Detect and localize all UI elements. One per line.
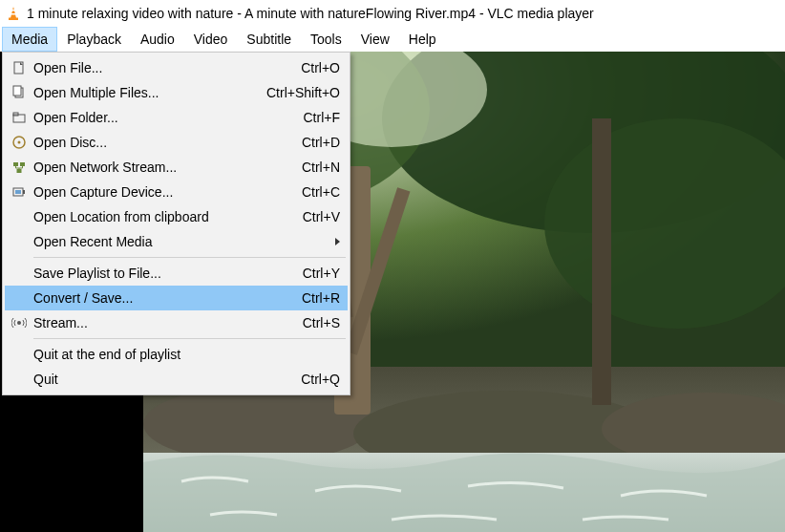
menu-item-convert-save[interactable]: Convert / Save...Ctrl+R — [5, 286, 348, 310]
menu-item-open-network-stream[interactable]: Open Network Stream...Ctrl+N — [5, 155, 348, 180]
menubar-item-subtitle[interactable]: Subtitle — [237, 27, 301, 52]
svg-marker-0 — [11, 7, 16, 18]
menu-item-quit-at-the-end-of-playlist[interactable]: Quit at the end of playlist — [5, 342, 348, 367]
menubar-item-view[interactable]: View — [351, 27, 399, 52]
menubar-item-playback[interactable]: Playback — [57, 27, 131, 52]
menu-item-label: Open Folder... — [30, 110, 292, 125]
menu-item-shortcut: Ctrl+C — [290, 184, 340, 200]
menu-item-label: Quit at the end of playlist — [30, 347, 340, 362]
window-title: 1 minute relaxing video with nature - A … — [27, 6, 594, 21]
files-icon — [9, 85, 30, 100]
menubar: MediaPlaybackAudioVideoSubtitleToolsView… — [0, 27, 785, 52]
menu-item-shortcut: Ctrl+D — [290, 135, 340, 150]
menu-item-label: Save Playlist to File... — [30, 266, 291, 281]
vlc-cone-icon — [6, 6, 21, 21]
menu-item-label: Open Disc... — [30, 135, 290, 150]
network-icon — [9, 160, 30, 175]
menubar-item-tools[interactable]: Tools — [301, 27, 351, 52]
titlebar: 1 minute relaxing video with nature - A … — [0, 0, 785, 27]
stream-icon — [9, 315, 30, 330]
svg-rect-29 — [17, 169, 22, 173]
menubar-item-video[interactable]: Video — [184, 27, 238, 52]
menu-item-shortcut: Ctrl+Shift+O — [255, 85, 340, 100]
menu-item-label: Quit — [30, 372, 289, 387]
menu-item-shortcut: Ctrl+F — [292, 110, 341, 125]
svg-point-26 — [18, 141, 21, 144]
svg-rect-3 — [9, 18, 18, 21]
svg-rect-28 — [20, 162, 25, 166]
menu-item-label: Convert / Save... — [30, 290, 290, 306]
menu-item-shortcut: Ctrl+N — [290, 160, 340, 175]
menu-item-shortcut: Ctrl+O — [289, 60, 340, 75]
folder-icon — [9, 110, 30, 125]
media-menu-dropdown: Open File...Ctrl+OOpen Multiple Files...… — [2, 52, 350, 395]
menu-separator — [33, 338, 346, 339]
menu-item-open-recent-media[interactable]: Open Recent Media — [5, 229, 348, 254]
menu-item-open-capture-device[interactable]: Open Capture Device...Ctrl+C — [5, 180, 348, 204]
menu-item-quit[interactable]: QuitCtrl+Q — [5, 367, 348, 392]
svg-rect-22 — [13, 86, 21, 96]
menu-item-open-folder[interactable]: Open Folder...Ctrl+F — [5, 105, 348, 130]
svg-rect-1 — [11, 10, 16, 11]
menubar-item-help[interactable]: Help — [399, 27, 446, 52]
menu-item-shortcut: Ctrl+Q — [289, 372, 340, 387]
menu-item-shortcut: Ctrl+R — [290, 290, 340, 306]
menu-item-open-disc[interactable]: Open Disc...Ctrl+D — [5, 130, 348, 155]
disc-icon — [9, 135, 30, 150]
menu-item-open-location-from-clipboard[interactable]: Open Location from clipboardCtrl+V — [5, 204, 348, 229]
menu-item-label: Open Recent Media — [30, 234, 335, 249]
menu-item-stream[interactable]: Stream...Ctrl+S — [5, 310, 348, 335]
menu-item-shortcut: Ctrl+Y — [291, 266, 340, 281]
file-icon — [9, 60, 30, 75]
video-area: Open File...Ctrl+OOpen Multiple Files...… — [0, 52, 785, 532]
submenu-arrow-icon — [335, 238, 340, 245]
menu-item-label: Open Location from clipboard — [30, 209, 291, 224]
menu-item-open-file[interactable]: Open File...Ctrl+O — [5, 55, 348, 80]
menu-item-shortcut: Ctrl+S — [291, 315, 340, 330]
capture-icon — [9, 184, 30, 200]
menu-item-save-playlist-to-file[interactable]: Save Playlist to File...Ctrl+Y — [5, 261, 348, 286]
menu-item-shortcut: Ctrl+V — [291, 209, 340, 224]
menu-item-open-multiple-files[interactable]: Open Multiple Files...Ctrl+Shift+O — [5, 80, 348, 105]
menu-item-label: Open File... — [30, 60, 289, 75]
svg-rect-32 — [23, 190, 25, 194]
svg-point-33 — [17, 321, 21, 325]
svg-rect-31 — [15, 190, 21, 194]
menubar-item-audio[interactable]: Audio — [131, 27, 184, 52]
svg-rect-27 — [13, 162, 18, 166]
menu-item-label: Open Capture Device... — [30, 184, 290, 200]
menubar-item-media[interactable]: Media — [2, 27, 57, 52]
menu-item-label: Open Network Stream... — [30, 160, 290, 175]
svg-rect-17 — [592, 118, 611, 405]
menu-separator — [33, 257, 346, 258]
svg-rect-2 — [11, 13, 16, 15]
menu-item-label: Open Multiple Files... — [30, 85, 255, 100]
menu-item-label: Stream... — [30, 315, 291, 330]
